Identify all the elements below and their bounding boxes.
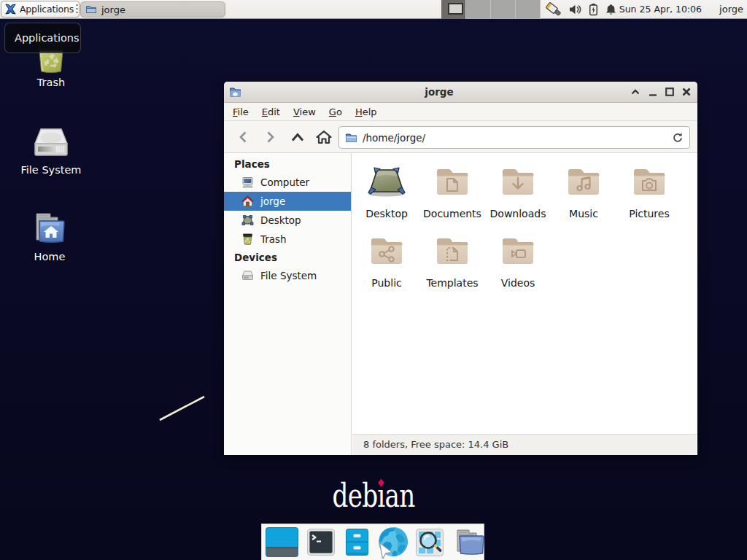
sidebar-item-label: Trash (260, 233, 287, 245)
back-button[interactable] (232, 125, 255, 149)
sidebar-item-computer[interactable]: Computer (224, 173, 351, 192)
tooltip-label: Applications (15, 32, 80, 44)
debian-wordmark: debıan (90, 476, 657, 515)
file-item-downloads[interactable]: Downloads (485, 156, 551, 225)
file-item-pictures[interactable]: Pictures (616, 156, 682, 225)
statusbar: 8 folders, Free space: 14.4 GiB (352, 434, 697, 455)
location-bar[interactable]: /home/jorge/ (338, 126, 690, 149)
dock-settings-launcher[interactable] (345, 529, 369, 556)
file-item-desktop[interactable]: Desktop (354, 156, 419, 225)
workspace-1[interactable] (441, 0, 466, 19)
sidebar-header-devices: Devices (224, 249, 351, 266)
file-label: Music (569, 208, 598, 219)
dock-app-finder-launcher[interactable] (416, 529, 444, 556)
workspace-pager[interactable] (441, 0, 541, 19)
panel-handle[interactable] (76, 4, 78, 15)
desktop-icon-home[interactable]: Home (15, 212, 85, 262)
sidebar-item-desktop[interactable]: Desktop (224, 211, 351, 230)
menu-go[interactable]: Go (322, 103, 349, 121)
window-titlebar[interactable]: jorge (224, 82, 697, 103)
file-label: Videos (501, 277, 535, 289)
window-content: Places Computer (224, 153, 697, 455)
reload-icon[interactable] (672, 132, 684, 144)
desktop-icon-label: Home (34, 251, 66, 262)
file-item-templates[interactable]: Templates (419, 225, 485, 295)
dock-workspace-pager[interactable] (266, 527, 298, 557)
notification-bell-tray-icon[interactable] (605, 3, 617, 16)
applications-tooltip: Applications (4, 23, 81, 53)
applications-menu-button[interactable]: Applications (1, 1, 80, 18)
wordmark-i: ı (377, 476, 384, 515)
file-label: Downloads (490, 208, 546, 219)
window-close-button[interactable] (678, 82, 694, 102)
drive-mini-icon (241, 270, 254, 281)
battery-tray-icon[interactable] (589, 3, 598, 16)
home-folder-icon (33, 212, 66, 244)
file-label: Templates (426, 277, 478, 289)
desktop-mini-icon (241, 214, 254, 226)
desktop-folder-icon (365, 163, 409, 201)
sidebar-item-file-system[interactable]: File System (224, 266, 351, 285)
volume-tray-icon[interactable] (568, 3, 582, 16)
menubar: File Edit View Go Help (224, 103, 697, 121)
menu-help[interactable]: Help (349, 103, 384, 121)
file-label: Documents (423, 208, 481, 219)
task-window-title: jorge (101, 4, 125, 15)
wordmark-text: deb (333, 476, 378, 515)
file-grid: Desktop Documents (354, 156, 689, 295)
sidebar-item-label: Computer (260, 176, 309, 188)
file-list-view[interactable]: Desktop Documents (352, 153, 697, 434)
window-title: jorge (416, 82, 462, 102)
toolbar: /home/jorge/ (224, 121, 697, 153)
file-item-videos[interactable]: Videos (485, 225, 551, 295)
file-label: Desktop (365, 208, 408, 219)
sidebar-item-trash[interactable]: Trash (224, 230, 351, 249)
videos-folder-icon (500, 232, 535, 270)
window-folder-icon (229, 86, 241, 98)
workspace-4[interactable] (516, 0, 541, 19)
usb-plug-tray-icon[interactable] (546, 2, 562, 17)
desktop-icon-label: Trash (37, 77, 65, 88)
window-maximize-button[interactable] (661, 82, 678, 102)
desktop-screen: Applications jorge (0, 0, 747, 560)
home-icon (241, 195, 254, 207)
sidebar-item-jorge[interactable]: jorge (224, 192, 351, 211)
file-item-public[interactable]: Public (354, 225, 419, 295)
workspace-3[interactable] (491, 0, 516, 19)
menu-view[interactable]: View (287, 103, 322, 121)
sidebar: Places Computer (224, 153, 352, 455)
workspace-2[interactable] (466, 0, 491, 19)
file-item-music[interactable]: Music (551, 156, 616, 225)
sidebar-item-label: jorge (260, 195, 285, 207)
window-minimize-button[interactable] (644, 82, 661, 102)
sidebar-item-label: File System (260, 270, 317, 281)
dock-terminal-launcher[interactable] (307, 529, 335, 556)
sidebar-header-places: Places (224, 155, 351, 173)
templates-folder-icon (435, 232, 470, 270)
file-label: Public (371, 277, 401, 289)
dock-file-manager-launcher[interactable] (454, 529, 487, 556)
hard-drive-icon (34, 128, 69, 157)
panel-user-menu[interactable]: jorge (719, 0, 743, 19)
applications-menu-label: Applications (20, 4, 74, 15)
panel-clock[interactable]: Sun 25 Apr, 10:06 (619, 0, 702, 19)
file-item-documents[interactable]: Documents (419, 156, 485, 225)
task-folder-icon (85, 4, 97, 15)
home-button[interactable] (312, 125, 336, 149)
taskbar-window-button[interactable]: jorge (80, 1, 225, 18)
up-button[interactable] (286, 125, 309, 149)
public-folder-icon (369, 232, 404, 270)
window-shade-button[interactable] (627, 82, 643, 102)
dock-web-browser-launcher[interactable] (376, 526, 409, 559)
menu-file[interactable]: File (226, 103, 255, 121)
music-folder-icon (566, 163, 601, 201)
sidebar-item-label: Desktop (260, 214, 301, 226)
forward-button[interactable] (258, 125, 282, 149)
xfce-logo-icon (4, 3, 17, 15)
file-label: Pictures (629, 208, 669, 219)
workspace-window-thumb (448, 3, 463, 15)
location-path[interactable]: /home/jorge/ (363, 132, 667, 144)
menu-edit[interactable]: Edit (255, 103, 287, 121)
desktop-icon-file-system[interactable]: File System (16, 128, 86, 176)
wordmark-text: an (385, 476, 415, 515)
